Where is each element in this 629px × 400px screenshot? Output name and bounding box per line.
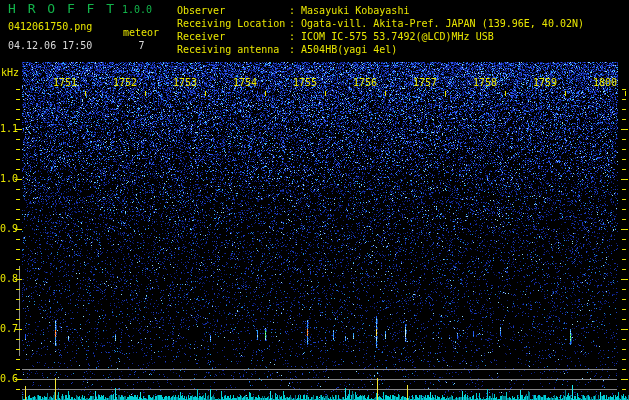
time-tick-label: 1759 (531, 77, 559, 89)
time-tick-label: 1754 (231, 77, 259, 89)
info-label: Receiving antenna (177, 43, 289, 56)
info-label: Receiver (177, 30, 289, 43)
station-info-row: Receiver: ICOM IC-575 53.7492(@LCD)MHz U… (177, 30, 584, 43)
freq-tick-label: 0.9 (0, 223, 14, 235)
info-separator: : (289, 30, 301, 43)
freq-axis-unit: kHz (1, 67, 19, 79)
app-title: H R O F F T (8, 3, 116, 15)
time-tick-label: 1757 (411, 77, 439, 89)
time-tick-label: 1755 (291, 77, 319, 89)
info-label: Receiving Location (177, 17, 289, 30)
info-separator: : (289, 43, 301, 56)
time-tick-label: 1751 (51, 77, 79, 89)
info-value: ICOM IC-575 53.7492(@LCD)MHz USB (301, 30, 494, 43)
station-info-row: Receiving antenna: A504HB(yagi 4el) (177, 43, 584, 56)
time-tick-label: 1800 (591, 77, 619, 89)
freq-tick-label: 0.7 (0, 323, 14, 335)
info-value: Ogata-vill. Akita-Pref. JAPAN (139.96E, … (301, 17, 584, 30)
meteor-count: 7 (123, 40, 160, 52)
time-tick-label: 1753 (171, 77, 199, 89)
datetime-label: 04.12.06 17:50 (8, 40, 92, 52)
station-info-row: Receiving Location: Ogata-vill. Akita-Pr… (177, 17, 584, 30)
station-info-row: Observer: Masayuki Kobayashi (177, 4, 584, 17)
info-label: Observer (177, 4, 289, 17)
output-filename: 0412061750.png (8, 21, 92, 33)
info-value: A504HB(yagi 4el) (301, 43, 397, 56)
app-version: 1.0.0 (122, 4, 152, 16)
info-separator: : (289, 17, 301, 30)
station-info-table: Observer: Masayuki KobayashiReceiving Lo… (177, 4, 584, 56)
info-value: Masayuki Kobayashi (301, 4, 409, 17)
freq-tick-label: 1.1 (0, 123, 14, 135)
hrofft-screen: H R O F F T 1.0.0 0412061750.png meteor … (0, 0, 629, 400)
info-separator: : (289, 4, 301, 17)
freq-tick-label: 0.6 (0, 373, 14, 385)
freq-tick-label: 0.8 (0, 273, 14, 285)
time-tick-label: 1756 (351, 77, 379, 89)
freq-tick-label: 1.0 (0, 173, 14, 185)
mode-label: meteor (123, 27, 159, 39)
time-tick-label: 1752 (111, 77, 139, 89)
time-tick-label: 1758 (471, 77, 499, 89)
spectrogram-canvas (0, 0, 629, 400)
